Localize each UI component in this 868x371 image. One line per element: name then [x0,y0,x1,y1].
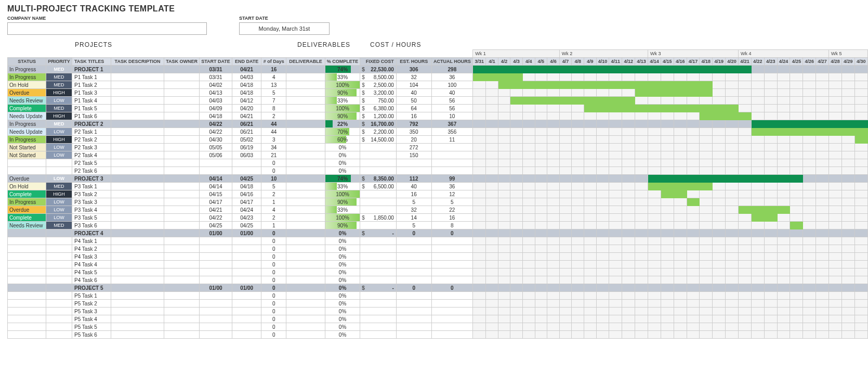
owner-cell[interactable] [164,120,200,128]
deliverable-cell[interactable] [286,120,325,128]
edate-cell[interactable]: 04/17 [232,198,261,206]
status-cell[interactable]: In Progress [8,136,46,144]
acth-cell[interactable] [431,261,473,268]
acth-cell[interactable] [431,323,473,331]
title-cell[interactable]: P3 Task 3 [72,198,111,206]
title-cell[interactable]: PROJECT 4 [72,229,111,237]
sdate-cell[interactable] [200,276,232,284]
status-cell[interactable] [8,261,46,268]
fixed-cell[interactable]: - [360,284,396,292]
esth-cell[interactable]: 16 [396,190,431,198]
edate-cell[interactable]: 04/12 [232,97,261,105]
deliverable-cell[interactable] [286,167,325,175]
edate-cell[interactable]: 04/25 [232,175,261,183]
deliverable-cell[interactable] [286,331,325,339]
fixed-cell[interactable]: 8,350.00 [360,175,396,183]
sdate-cell[interactable]: 04/22 [200,128,232,136]
edate-cell[interactable] [232,167,261,175]
esth-cell[interactable] [396,308,431,315]
title-cell[interactable]: P5 Task 2 [72,300,111,308]
deliverable-cell[interactable] [286,97,325,105]
deliverable-cell[interactable] [286,229,325,237]
title-cell[interactable]: P2 Task 3 [72,144,111,151]
sdate-cell[interactable] [200,167,232,175]
desc-cell[interactable] [111,198,164,206]
priority-cell[interactable]: MED [46,73,72,81]
deliverable-cell[interactable] [286,237,325,245]
deliverable-cell[interactable] [286,206,325,214]
owner-cell[interactable] [164,128,200,136]
title-cell[interactable]: P1 Task 4 [72,97,111,105]
deliverable-cell[interactable] [286,308,325,315]
status-cell[interactable]: Complete [8,214,46,222]
esth-cell[interactable]: 64 [396,105,431,112]
acth-cell[interactable]: 298 [431,66,473,73]
edate-cell[interactable] [232,268,261,276]
owner-cell[interactable] [164,183,200,190]
deliverable-cell[interactable] [286,198,325,206]
acth-cell[interactable] [431,253,473,261]
fixed-cell[interactable] [360,222,396,229]
status-cell[interactable]: On Hold [8,81,46,89]
sdate-cell[interactable] [200,331,232,339]
desc-cell[interactable] [111,276,164,284]
title-cell[interactable]: P4 Task 1 [72,237,111,245]
edate-cell[interactable] [232,292,261,300]
desc-cell[interactable] [111,128,164,136]
acth-cell[interactable]: 22 [431,206,473,214]
owner-cell[interactable] [164,237,200,245]
acth-cell[interactable]: 8 [431,222,473,229]
title-cell[interactable]: P3 Task 6 [72,222,111,229]
deliverable-cell[interactable] [286,245,325,253]
status-cell[interactable] [8,315,46,323]
edate-cell[interactable]: 04/21 [232,66,261,73]
desc-cell[interactable] [111,136,164,144]
priority-cell[interactable] [46,261,72,268]
title-cell[interactable]: P4 Task 6 [72,276,111,284]
priority-cell[interactable] [46,245,72,253]
deliverable-cell[interactable] [286,276,325,284]
title-cell[interactable]: P4 Task 5 [72,268,111,276]
priority-cell[interactable] [46,268,72,276]
esth-cell[interactable]: 350 [396,128,431,136]
desc-cell[interactable] [111,268,164,276]
desc-cell[interactable] [111,73,164,81]
priority-cell[interactable] [46,315,72,323]
priority-cell[interactable] [46,253,72,261]
priority-cell[interactable]: MED [46,81,72,89]
sdate-cell[interactable]: 03/31 [200,73,232,81]
status-cell[interactable] [8,292,46,300]
owner-cell[interactable] [164,284,200,292]
desc-cell[interactable] [111,81,164,89]
title-cell[interactable]: PROJECT 2 [72,120,111,128]
priority-cell[interactable] [46,229,72,237]
acth-cell[interactable]: 36 [431,73,473,81]
title-cell[interactable]: P2 Task 2 [72,136,111,144]
desc-cell[interactable] [111,190,164,198]
esth-cell[interactable]: 40 [396,183,431,190]
fixed-cell[interactable]: 3,200.00 [360,89,396,97]
fixed-cell[interactable] [360,167,396,175]
fixed-cell[interactable] [360,144,396,151]
esth-cell[interactable]: 5 [396,222,431,229]
acth-cell[interactable] [431,237,473,245]
edate-cell[interactable]: 04/25 [232,222,261,229]
status-cell[interactable]: In Progress [8,73,46,81]
fixed-cell[interactable] [360,206,396,214]
sdate-cell[interactable]: 04/14 [200,183,232,190]
owner-cell[interactable] [164,253,200,261]
sdate-cell[interactable] [200,159,232,167]
fixed-cell[interactable] [360,237,396,245]
fixed-cell[interactable]: 14,500.00 [360,136,396,144]
title-cell[interactable]: PROJECT 1 [72,66,111,73]
acth-cell[interactable]: 56 [431,97,473,105]
title-cell[interactable]: P4 Task 3 [72,253,111,261]
priority-cell[interactable]: HIGH [46,89,72,97]
sdate-cell[interactable]: 03/31 [200,66,232,73]
desc-cell[interactable] [111,97,164,105]
title-cell[interactable]: P5 Task 1 [72,292,111,300]
title-cell[interactable]: P5 Task 3 [72,308,111,315]
deliverable-cell[interactable] [286,315,325,323]
desc-cell[interactable] [111,183,164,190]
status-cell[interactable]: Needs Review [8,222,46,229]
